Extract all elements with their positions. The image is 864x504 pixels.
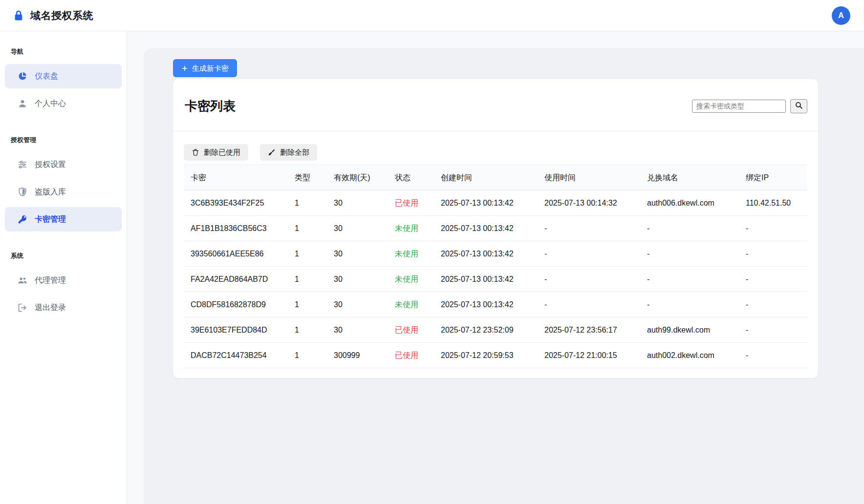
table-row: AF1B1B1836CB56C3130未使用2025-07-13 00:13:4… — [184, 216, 807, 241]
sliders-icon — [18, 160, 27, 169]
cell-created: 2025-07-13 00:13:42 — [435, 216, 539, 241]
cell-created: 2025-07-13 00:13:42 — [435, 190, 539, 216]
broom-icon — [268, 148, 276, 156]
plus-icon — [181, 65, 188, 72]
table-row: DACB72C14473B2541300999已使用2025-07-12 20:… — [184, 343, 807, 368]
sidebar-section-label: 系统 — [11, 252, 127, 259]
trash-icon — [192, 148, 199, 156]
cell-type: 1 — [289, 241, 328, 267]
table-row: 3C6B393E434F2F25130已使用2025-07-13 00:13:4… — [184, 190, 807, 216]
content-panel: 生成新卡密 卡密列表 删除已使用 — [144, 48, 864, 504]
cell-days: 30 — [328, 292, 389, 317]
cell-used-at: - — [539, 241, 641, 267]
users-icon — [18, 275, 27, 285]
card-body: 删除已使用 删除全部 卡密类型有效期(天)状态创建时间使用时间兑换域名绑定IP … — [173, 131, 818, 378]
cell-status: 未使用 — [389, 241, 435, 267]
sidebar-item-label: 卡密管理 — [35, 214, 66, 225]
cell-created: 2025-07-12 20:59:53 — [435, 343, 539, 368]
cell-used-at: 2025-07-13 00:14:32 — [539, 190, 641, 216]
sidebar-item-label: 代理管理 — [35, 275, 66, 286]
cell-days: 300999 — [328, 343, 389, 368]
bulk-actions: 删除已使用 删除全部 — [184, 144, 807, 161]
cell-key: FA2A42EAD864AB7D — [184, 267, 289, 292]
avatar[interactable]: A — [832, 6, 850, 25]
cell-created: 2025-07-13 00:13:42 — [435, 241, 539, 267]
search-input[interactable] — [692, 100, 786, 113]
cell-type: 1 — [289, 317, 328, 343]
cell-status: 未使用 — [389, 267, 435, 292]
column-header-status: 状态 — [389, 165, 435, 190]
cell-domain: auth002.dkewl.com — [641, 343, 740, 368]
cell-domain: - — [641, 292, 740, 317]
sidebar-item-logout[interactable]: 退出登录 — [5, 295, 122, 320]
sidebar-item-label: 盗版入库 — [35, 187, 66, 197]
card-key-table: 卡密类型有效期(天)状态创建时间使用时间兑换域名绑定IP 3C6B393E434… — [184, 165, 807, 368]
sidebar-item-piracy-store[interactable]: 盗版入库 — [5, 180, 122, 204]
app-title: 域名授权系统 — [30, 9, 93, 22]
cell-days: 30 — [328, 190, 389, 216]
cell-days: 30 — [328, 317, 389, 343]
sidebar-item-auth-settings[interactable]: 授权设置 — [5, 152, 122, 177]
sidebar-item-dashboard[interactable]: 仪表盘 — [5, 64, 122, 88]
cell-ip: 110.42.51.50 — [740, 190, 807, 216]
sidebar-section-label: 导航 — [11, 48, 127, 55]
cell-type: 1 — [289, 292, 328, 317]
cell-used-at: - — [539, 216, 641, 241]
sidebar-section-label: 授权管理 — [11, 136, 127, 144]
cell-days: 30 — [328, 241, 389, 267]
cell-domain: auth006.dkewl.com — [641, 190, 740, 216]
card-key-list-card: 卡密列表 删除已使用 删除全部 — [173, 79, 818, 378]
search-icon — [795, 101, 803, 111]
table-row: FA2A42EAD864AB7D130未使用2025-07-13 00:13:4… — [184, 267, 807, 292]
sidebar-item-label: 退出登录 — [35, 303, 66, 313]
column-header-domain: 兑换域名 — [641, 165, 740, 190]
column-header-days: 有效期(天) — [328, 165, 389, 190]
cell-type: 1 — [289, 190, 328, 216]
key-icon — [18, 214, 27, 224]
delete-all-button-label: 删除全部 — [280, 148, 309, 157]
page-title: 卡密列表 — [185, 99, 236, 113]
sidebar-item-profile[interactable]: 个人中心 — [5, 91, 122, 116]
search-area — [692, 99, 807, 113]
cell-ip: - — [740, 317, 807, 343]
cell-ip: - — [740, 343, 807, 368]
lock-icon — [13, 9, 24, 22]
pie-chart-icon — [18, 71, 27, 81]
cell-key: AF1B1B1836CB56C3 — [184, 216, 289, 241]
generate-key-button[interactable]: 生成新卡密 — [173, 59, 237, 77]
table-row: CD8DF581682878D9130未使用2025-07-13 00:13:4… — [184, 292, 807, 317]
delete-all-button[interactable]: 删除全部 — [260, 144, 317, 161]
cell-days: 30 — [328, 216, 389, 241]
cell-key: 3C6B393E434F2F25 — [184, 190, 289, 216]
generate-key-button-label: 生成新卡密 — [192, 63, 229, 73]
cell-key: 393560661AEE5E86 — [184, 241, 289, 267]
column-header-key: 卡密 — [184, 165, 289, 190]
cell-key: 39E6103E7FEDD84D — [184, 317, 289, 343]
search-button[interactable] — [790, 99, 807, 113]
cell-status: 未使用 — [389, 216, 435, 241]
cell-ip: - — [740, 216, 807, 241]
card-header: 卡密列表 — [173, 79, 818, 131]
cell-key: CD8DF581682878D9 — [184, 292, 289, 317]
sidebar-item-card-keys[interactable]: 卡密管理 — [5, 207, 122, 231]
shield-icon — [18, 187, 27, 197]
cell-domain: - — [641, 216, 740, 241]
cell-type: 1 — [289, 267, 328, 292]
cell-domain: - — [641, 241, 740, 267]
cell-ip: - — [740, 241, 807, 267]
cell-domain: - — [641, 267, 740, 292]
cell-type: 1 — [289, 216, 328, 241]
column-header-ip: 绑定IP — [740, 165, 807, 190]
cell-type: 1 — [289, 343, 328, 368]
cell-ip: - — [740, 292, 807, 317]
table-header-row: 卡密类型有效期(天)状态创建时间使用时间兑换域名绑定IP — [184, 165, 807, 190]
sidebar-item-agents[interactable]: 代理管理 — [5, 268, 122, 293]
table-row: 39E6103E7FEDD84D130已使用2025-07-12 23:52:0… — [184, 317, 807, 343]
column-header-used-at: 使用时间 — [539, 165, 641, 190]
delete-used-button[interactable]: 删除已使用 — [184, 144, 248, 161]
cell-ip: - — [740, 267, 807, 292]
cell-used-at: - — [539, 292, 641, 317]
sidebar-item-label: 授权设置 — [35, 160, 66, 170]
brand: 域名授权系统 — [13, 9, 93, 22]
cell-domain: auth99.dkewl.com — [641, 317, 740, 343]
